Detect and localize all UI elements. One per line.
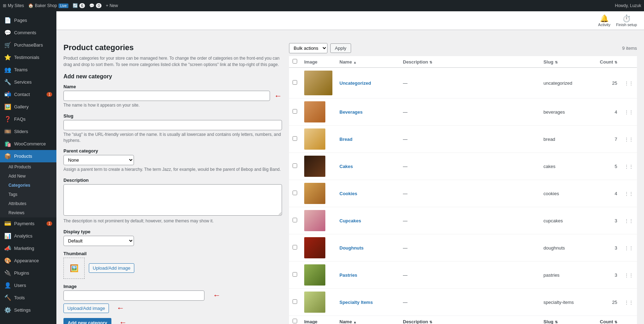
category-name-link[interactable]: Cookies	[339, 191, 357, 196]
sidebar-item-testimonials[interactable]: ⭐ Testimonials	[0, 51, 56, 64]
sidebar-item-woocommerce[interactable]: 🛍️ WooCommerce	[0, 138, 56, 150]
sidebar-item-marketing[interactable]: 📣 Marketing	[0, 242, 56, 254]
row-checkbox[interactable]	[293, 80, 297, 85]
bulk-actions-select-top[interactable]: Bulk actions	[289, 43, 327, 53]
sidebar-item-users[interactable]: 👤 Users	[0, 279, 56, 292]
description-textarea[interactable]	[63, 184, 282, 216]
col-header-name[interactable]: Name ▲	[336, 56, 399, 68]
row-checkbox[interactable]	[293, 163, 297, 168]
row-drag-handle[interactable]: ⋮⋮	[621, 207, 637, 234]
category-description: —	[399, 98, 540, 126]
sidebar-item-sliders[interactable]: 🎞️ Sliders	[0, 125, 56, 138]
sidebar-item-reviews[interactable]: Reviews	[0, 208, 56, 217]
col-footer-description[interactable]: Description ⇅	[399, 316, 540, 324]
upload-image-button-1[interactable]: Upload/Add image	[89, 263, 134, 273]
sidebar-item-add-new[interactable]: Add New	[0, 172, 56, 181]
row-checkbox[interactable]	[293, 299, 297, 304]
users-icon: 👤	[4, 282, 11, 289]
row-drag-handle[interactable]: ⋮⋮	[621, 234, 637, 262]
slug-col-foot-label: Slug	[544, 319, 555, 324]
select-all-checkbox[interactable]	[293, 59, 297, 64]
sidebar-item-tools[interactable]: 🔨 Tools	[0, 292, 56, 304]
row-checkbox[interactable]	[293, 245, 297, 250]
category-name-link[interactable]: Beverages	[339, 109, 363, 115]
sidebar-item-tags[interactable]: Tags	[0, 190, 56, 199]
sidebar-item-products[interactable]: 📦 Products	[0, 150, 56, 162]
col-footer-slug[interactable]: Slug ⇅	[540, 316, 596, 324]
add-category-button[interactable]: Add new category	[63, 318, 111, 324]
sidebar-item-analytics[interactable]: 📊 Analytics	[0, 230, 56, 242]
row-drag-handle[interactable]: ⋮⋮	[621, 68, 637, 98]
display-type-select[interactable]: Default	[63, 236, 134, 246]
sidebar-item-plugins[interactable]: 🔌 Plugins	[0, 267, 56, 279]
new-content-link[interactable]: + New	[106, 3, 118, 8]
finish-setup-button[interactable]: ⏱️ Finish setup	[616, 14, 637, 27]
categories-table: Image Name ▲ Description ⇅ Slug	[289, 56, 637, 324]
col-footer-name[interactable]: Name ▲	[336, 316, 399, 324]
category-name-link[interactable]: Specialty Items	[339, 300, 373, 305]
row-drag-handle[interactable]: ⋮⋮	[621, 98, 637, 126]
select-all-checkbox-bottom[interactable]	[293, 319, 297, 323]
row-drag-handle[interactable]: ⋮⋮	[621, 289, 637, 316]
row-checkbox[interactable]	[293, 109, 297, 114]
name-hint: The name is how it appears on your site.	[63, 102, 282, 108]
parent-hint: Assign a parent term to create a hierarc…	[63, 167, 282, 173]
count-sort-icon: ⇅	[614, 60, 617, 64]
main-content: 🔔 Activity ⏱️ Finish setup Product categ…	[56, 11, 644, 324]
sidebar-item-label: Sliders	[14, 129, 52, 134]
category-name-link[interactable]: Cakes	[339, 164, 353, 169]
category-name-link[interactable]: Cupcakes	[339, 218, 361, 223]
name-sort-icon: ▲	[353, 60, 357, 64]
parent-category-select[interactable]: None	[63, 155, 134, 165]
sidebar-item-attributes[interactable]: Attributes	[0, 199, 56, 208]
description-label: Description	[63, 178, 282, 183]
gallery-icon: 🖼️	[4, 103, 11, 110]
activity-button[interactable]: 🔔 Activity	[598, 14, 611, 27]
my-sites-link[interactable]: ⊞ My Sites	[3, 3, 24, 8]
sidebar-item-teams[interactable]: 👥 Teams	[0, 64, 56, 76]
row-checkbox[interactable]	[293, 191, 297, 195]
site-name-link[interactable]: 🏠 Baker Shop Live	[28, 3, 68, 8]
sidebar-item-gallery[interactable]: 🖼️ Gallery	[0, 101, 56, 113]
sidebar-item-payments[interactable]: 💳 Payments 1	[0, 217, 56, 230]
category-name-link[interactable]: Doughnuts	[339, 245, 364, 251]
col-header-slug[interactable]: Slug ⇅	[540, 56, 596, 68]
sidebar-item-purchasebars[interactable]: 🛒 PurchaseBars	[0, 39, 56, 51]
updates-link[interactable]: 🔄 6	[73, 3, 85, 8]
sidebar-item-categories[interactable]: Categories	[0, 181, 56, 190]
col-header-description[interactable]: Description ⇅	[399, 56, 540, 68]
sidebar-item-pages[interactable]: 📄 Pages	[0, 14, 56, 26]
category-name-link[interactable]: Pastries	[339, 272, 357, 278]
sidebar-item-all-products[interactable]: All Products	[0, 162, 56, 172]
slug-input[interactable]	[63, 120, 282, 130]
image-url-input[interactable]	[63, 290, 204, 301]
home-icon: 🏠	[28, 3, 33, 8]
testimonials-icon: ⭐	[4, 54, 11, 61]
sidebar-item-label: WooCommerce	[14, 141, 52, 146]
sidebar-item-services[interactable]: 🔧 Services	[0, 76, 56, 88]
sidebar-item-faqs[interactable]: ❓ FAQs	[0, 113, 56, 125]
sidebar-item-comments[interactable]: 💬 Comments	[0, 26, 56, 39]
description-hint: The description is not prominent by defa…	[63, 218, 282, 224]
category-name-link[interactable]: Bread	[339, 137, 352, 142]
row-drag-handle[interactable]: ⋮⋮	[621, 126, 637, 153]
sidebar-item-contact[interactable]: 📬 Contact 1	[0, 88, 56, 101]
col-footer-count[interactable]: Count ⇅	[596, 316, 621, 324]
row-drag-handle[interactable]: ⋮⋮	[621, 262, 637, 289]
howdy-user[interactable]: Howdy, Luzuk	[615, 3, 641, 8]
sidebar-item-appearance[interactable]: 🎨 Appearance	[0, 254, 56, 267]
col-header-count[interactable]: Count ⇅	[596, 56, 621, 68]
marketing-icon: 📣	[4, 245, 11, 252]
category-description: —	[399, 153, 540, 180]
sidebar-item-settings[interactable]: ⚙️ Settings	[0, 304, 56, 316]
row-drag-handle[interactable]: ⋮⋮	[621, 180, 637, 207]
row-checkbox[interactable]	[293, 272, 297, 277]
name-input[interactable]	[63, 91, 270, 101]
row-drag-handle[interactable]: ⋮⋮	[621, 153, 637, 180]
row-checkbox[interactable]	[293, 136, 297, 141]
apply-button-top[interactable]: Apply	[330, 43, 351, 53]
category-name-link[interactable]: Uncategorized	[339, 80, 371, 86]
comments-link[interactable]: 💬 0	[89, 3, 102, 8]
row-checkbox[interactable]	[293, 218, 297, 222]
upload-image-button-2[interactable]: Upload/Add image	[63, 304, 109, 313]
